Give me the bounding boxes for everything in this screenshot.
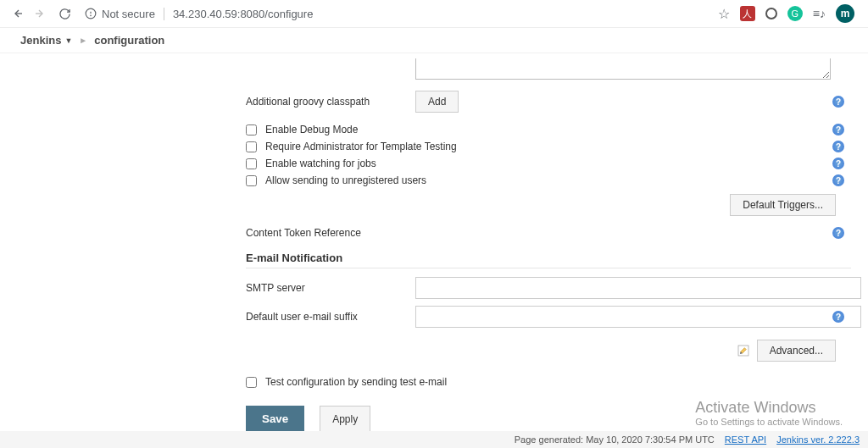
url-text: 34.230.40.59:8080/configure — [164, 8, 314, 20]
windows-watermark: Activate Windows Go to Settings to activ… — [695, 399, 843, 427]
help-icon[interactable]: ? — [832, 141, 844, 152]
breadcrumb-jenkins[interactable]: Jenkins ▼ — [20, 34, 72, 47]
suffix-input[interactable] — [415, 306, 861, 328]
version-link[interactable]: Jenkins ver. 2.222.3 — [776, 434, 860, 445]
star-icon[interactable]: ☆ — [718, 6, 730, 22]
music-icon[interactable]: ≡♪ — [813, 7, 826, 20]
email-section-header: E-mail Notification — [246, 245, 851, 268]
browser-chrome: Not secure 34.230.40.59:8080/configure ☆… — [0, 0, 868, 28]
watermark-title: Activate Windows — [695, 399, 843, 417]
default-triggers-button[interactable]: Default Triggers... — [730, 194, 836, 216]
apply-button[interactable]: Apply — [320, 406, 370, 432]
svg-point-4 — [91, 15, 92, 16]
chrome-right-icons: ☆ 人 G ≡♪ m — [718, 4, 861, 23]
debug-label: Enable Debug Mode — [265, 124, 358, 136]
debug-checkbox[interactable] — [246, 124, 257, 136]
help-icon[interactable]: ? — [832, 124, 844, 136]
require-admin-checkbox[interactable] — [246, 141, 257, 152]
chevron-right-icon: ► — [72, 36, 94, 45]
require-admin-label: Require Administrator for Template Testi… — [265, 141, 457, 152]
watch-jobs-label: Enable watching for jobs — [265, 158, 376, 169]
allow-unreg-checkbox[interactable] — [246, 175, 257, 186]
rest-api-link[interactable]: REST API — [725, 434, 766, 445]
watch-jobs-checkbox[interactable] — [246, 158, 257, 169]
footer-generated: Page generated: May 10, 2020 7:30:54 PM … — [515, 434, 715, 445]
classpath-label: Additional groovy classpath — [246, 96, 415, 108]
reload-icon[interactable] — [54, 3, 75, 24]
pdf-extension-icon[interactable]: 人 — [740, 6, 755, 21]
smtp-label: SMTP server — [246, 282, 415, 294]
not-secure-label: Not secure — [102, 8, 155, 20]
content-token-label: Content Token Reference — [246, 227, 361, 239]
suffix-label: Default user e-mail suffix — [246, 311, 415, 323]
save-button[interactable]: Save — [246, 406, 304, 432]
allow-unreg-label: Allow sending to unregistered users — [265, 174, 426, 186]
add-button[interactable]: Add — [415, 91, 459, 113]
breadcrumb: Jenkins ▼ ► configuration — [0, 28, 868, 53]
help-icon[interactable]: ? — [832, 96, 844, 108]
breadcrumb-page[interactable]: configuration — [94, 34, 164, 47]
config-form: Additional groovy classpath Add ? Enable… — [0, 53, 868, 448]
advanced-button[interactable]: Advanced... — [757, 340, 836, 362]
security-indicator: Not secure — [85, 8, 164, 20]
avatar[interactable]: m — [836, 4, 854, 23]
forward-icon[interactable] — [31, 3, 51, 24]
groovy-textarea[interactable] — [415, 58, 831, 80]
circle-extension-icon[interactable] — [765, 8, 777, 19]
grammarly-extension-icon[interactable]: G — [787, 6, 803, 21]
help-icon[interactable]: ? — [832, 174, 844, 186]
help-icon[interactable]: ? — [832, 158, 844, 169]
watermark-sub: Go to Settings to activate Windows. — [695, 417, 843, 427]
test-email-checkbox[interactable] — [246, 377, 257, 388]
page-footer: Page generated: May 10, 2020 7:30:54 PM … — [0, 431, 868, 448]
address-bar[interactable]: Not secure 34.230.40.59:8080/configure — [78, 8, 718, 20]
test-email-label: Test configuration by sending test e-mai… — [265, 376, 447, 388]
edit-icon — [737, 344, 750, 357]
back-icon[interactable] — [7, 3, 27, 24]
help-icon[interactable]: ? — [832, 311, 844, 323]
help-icon[interactable]: ? — [832, 227, 844, 239]
smtp-input[interactable] — [415, 277, 861, 299]
